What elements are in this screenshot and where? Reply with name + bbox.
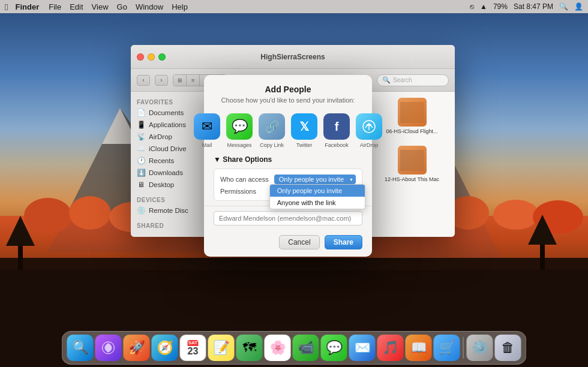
airdrop-share-label: AirDrop [360, 142, 379, 148]
dock-mail[interactable]: ✉️ [349, 335, 376, 361]
file-item[interactable]: 12-HS-About This Mac [375, 146, 449, 183]
airplay-icon[interactable]: ⎋ [470, 2, 474, 11]
dropdown-selected-value[interactable]: Only people you invite [274, 175, 356, 184]
app-name[interactable]: Finder [15, 2, 39, 11]
apple-menu[interactable]:  [5, 2, 8, 12]
dock-trash[interactable]: 🗑 [495, 335, 521, 361]
dock-safari[interactable]: 🧭 [152, 335, 178, 361]
svg-marker-23 [6, 216, 35, 246]
file-thumbnail [398, 146, 427, 175]
dialog-header: Add People Choose how you'd like to send… [204, 75, 372, 109]
svg-rect-33 [400, 150, 424, 171]
dialog-subtitle: Choose how you'd like to send your invit… [214, 97, 362, 104]
search-placeholder: Search [393, 77, 412, 83]
forward-button[interactable]: › [155, 75, 168, 86]
sidebar-label-airdrop: AirDrop [149, 133, 172, 140]
user-icon[interactable]: 👤 [574, 2, 583, 11]
share-facebook[interactable]: f Facebook [323, 113, 350, 148]
share-options-toggle[interactable]: ▼ Share Options [214, 155, 362, 164]
list-view-button[interactable]: ≡ [187, 75, 200, 86]
menu-view[interactable]: View [92, 2, 109, 11]
menu-go[interactable]: Go [117, 2, 127, 11]
svg-rect-22 [18, 234, 23, 270]
menu-window[interactable]: Window [136, 2, 163, 11]
documents-icon: 📄 [137, 109, 145, 117]
minimize-button[interactable] [148, 53, 155, 61]
share-button[interactable]: Share [325, 235, 362, 249]
dock-photos[interactable]: 🌸 [265, 335, 291, 361]
twitter-label: Twitter [296, 142, 313, 148]
share-copy-link[interactable]: 🔗 Copy Link [259, 113, 285, 148]
dock-separator [463, 337, 464, 359]
remote-disc-icon: 💿 [137, 206, 145, 215]
dropdown-option-link[interactable]: Anyone with the link [270, 197, 365, 209]
menu-file[interactable]: File [49, 2, 61, 11]
sidebar-item-recents[interactable]: 🕐 Recents [131, 155, 211, 167]
sidebar-label-icloud: iCloud Drive [149, 145, 187, 152]
dock-messages[interactable]: 💬 [321, 335, 347, 361]
file-name: 06-HS-iCloud Flight... [386, 128, 437, 134]
wifi-icon[interactable]: ▲ [480, 2, 487, 11]
dropdown-option-invite[interactable]: Only people you invite [270, 185, 365, 197]
dock-launchpad[interactable]: 🚀 [124, 335, 150, 361]
finder-window-title: HighSierraScreens [260, 53, 325, 61]
close-button[interactable] [137, 53, 144, 61]
airdrop-icon: 📡 [137, 133, 145, 141]
dock-facetime[interactable]: 📹 [293, 335, 319, 361]
file-item[interactable]: 06-HS-iCloud Flight... [375, 98, 449, 141]
share-mail[interactable]: ✉ Mail [194, 113, 220, 148]
dock-siri[interactable] [95, 335, 122, 361]
share-twitter[interactable]: 𝕏 Twitter [291, 113, 317, 148]
copy-link-label: Copy Link [260, 142, 284, 148]
dock-music[interactable]: 🎵 [377, 335, 404, 361]
who-can-access-label: Who can access [220, 176, 269, 183]
dialog-title: Add People [214, 85, 362, 94]
maximize-button[interactable] [158, 53, 166, 61]
svg-rect-31 [400, 102, 424, 123]
dock-maps[interactable]: 🗺 [236, 335, 263, 361]
svg-point-14 [493, 200, 539, 230]
sidebar-item-downloads[interactable]: ⬇️ Downloads [131, 167, 211, 179]
dock-preferences[interactable]: ⚙️ [467, 335, 493, 361]
facebook-label: Facebook [325, 142, 349, 148]
battery-indicator: 79% [493, 2, 508, 11]
who-can-access-dropdown[interactable]: Only people you invite Only people you i… [274, 175, 356, 184]
clock: Sat 8:47 PM [514, 2, 553, 11]
sidebar-label-recents: Recents [149, 157, 174, 164]
dock-books[interactable]: 📖 [406, 335, 432, 361]
share-airdrop[interactable]: AirDrop [356, 113, 382, 148]
dropdown-menu: Only people you invite Anyone with the l… [269, 184, 365, 209]
sidebar-label-applications: Applications [149, 121, 186, 128]
menu-edit[interactable]: Edit [70, 2, 83, 11]
sidebar-label-remote-disc: Remote Disc [149, 207, 188, 214]
icon-view-button[interactable]: ⊞ [173, 75, 187, 86]
svg-marker-25 [528, 215, 557, 245]
messages-icon: 💬 [226, 113, 253, 140]
finder-titlebar: HighSierraScreens [131, 45, 455, 69]
finder-search[interactable]: 🔍 Search [377, 74, 449, 86]
copy-link-icon: 🔗 [259, 113, 285, 140]
messages-label: Messages [227, 142, 251, 148]
favorites-header: Favorites [131, 97, 211, 107]
email-input[interactable] [214, 211, 362, 225]
dock-notes[interactable]: 📝 [208, 335, 235, 361]
twitter-icon: 𝕏 [291, 113, 317, 140]
dock-calendar[interactable]: SAT 23 [180, 335, 206, 361]
dock-appstore[interactable]: 🛒 [434, 335, 460, 361]
sidebar-item-remote-disc[interactable]: 💿 Remote Disc [131, 204, 211, 216]
svg-point-9 [69, 196, 111, 230]
back-button[interactable]: ‹ [137, 75, 150, 86]
permissions-label: Permissions [220, 188, 256, 195]
mail-icon: ✉ [194, 113, 220, 140]
downloads-icon: ⬇️ [137, 169, 145, 177]
svg-point-8 [24, 198, 72, 234]
sidebar-item-desktop[interactable]: 🖥 Desktop [131, 179, 211, 191]
recents-icon: 🕐 [137, 157, 145, 165]
dock: 🔍 🚀 🧭 SAT 23 📝 🗺 🌸 📹 💬 ✉️ 🎵 📖 🛒 ⚙️ 🗑 [62, 331, 527, 365]
cancel-button[interactable]: Cancel [279, 235, 319, 249]
menu-help[interactable]: Help [172, 2, 188, 11]
dock-finder[interactable]: 🔍 [67, 335, 94, 361]
file-thumbnail [398, 98, 427, 127]
share-messages[interactable]: 💬 Messages [226, 113, 253, 148]
spotlight-icon[interactable]: 🔍 [559, 2, 568, 11]
